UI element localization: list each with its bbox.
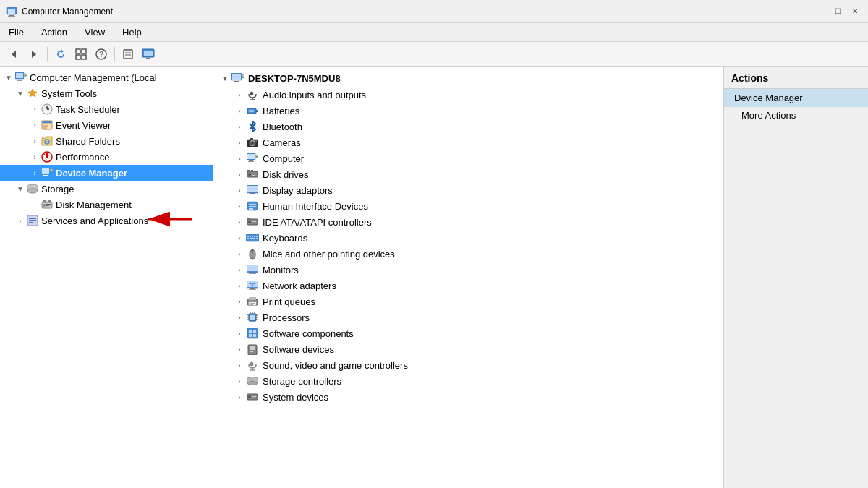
forward-button[interactable]	[25, 45, 43, 64]
sidebar-item-storage[interactable]: ▼ Storage	[0, 181, 213, 197]
keyboards-expand: ›	[234, 234, 245, 242]
title-bar: Computer Management — ☐ ✕	[0, 0, 868, 23]
storage-icon	[26, 183, 39, 194]
device-storage-controllers[interactable]: › Storage controllers	[213, 373, 723, 389]
device-system-devices[interactable]: › System devices	[213, 389, 723, 405]
actions-device-manager[interactable]: Device Manager	[724, 89, 868, 107]
svg-rect-22	[17, 80, 22, 81]
svg-rect-40	[42, 168, 49, 174]
svg-rect-119	[250, 273, 255, 273]
system-devices-label: System devices	[263, 392, 328, 403]
sidebar-item-event-viewer[interactable]: › Event Viewer	[0, 117, 213, 133]
sidebar-item-device-manager[interactable]: › Device Manager	[0, 165, 213, 181]
maximize-button[interactable]: ☐	[830, 6, 845, 17]
hid-expand: ›	[234, 202, 245, 210]
svg-rect-154	[250, 346, 255, 348]
sidebar-item-shared-folders[interactable]: › Shared Folders	[0, 133, 213, 149]
device-keyboards[interactable]: › Keyboards	[213, 230, 723, 246]
device-print[interactable]: › Print queues	[213, 294, 723, 309]
device-computer[interactable]: › Computer	[213, 150, 723, 166]
svg-point-67	[242, 77, 244, 78]
device-header[interactable]: ▼ DESKTOP-7N5MDU8	[213, 69, 723, 87]
svg-rect-58	[29, 220, 36, 221]
svg-rect-72	[256, 110, 258, 112]
audio-icon	[245, 89, 260, 100]
svg-rect-148	[247, 328, 258, 338]
svg-rect-81	[247, 154, 255, 159]
back-button[interactable]	[4, 45, 23, 64]
services-expand: ›	[14, 217, 26, 225]
bluetooth-expand: ›	[234, 123, 245, 131]
disk-drives-expand: ›	[234, 171, 245, 179]
svg-rect-93	[247, 186, 258, 192]
device-audio[interactable]: › Audio inputs and outputs	[213, 87, 723, 103]
sidebar-task-scheduler-label: Task Scheduler	[56, 104, 120, 115]
actions-panel: Actions Device Manager More Actions	[723, 67, 868, 488]
device-software-components[interactable]: › Software components	[213, 325, 723, 341]
sidebar-item-services[interactable]: › Services and Applications	[0, 213, 213, 228]
device-mice[interactable]: › Mice and other pointing devices	[213, 246, 723, 262]
sidebar-item-performance[interactable]: › Performance	[0, 149, 213, 165]
close-button[interactable]: ✕	[848, 6, 862, 17]
minimize-button[interactable]: —	[813, 6, 827, 17]
device-network[interactable]: › Network adapters	[213, 278, 723, 294]
export-button[interactable]	[119, 45, 137, 64]
software-components-icon	[245, 328, 260, 339]
bluetooth-label: Bluetooth	[263, 121, 302, 132]
refresh-button[interactable]	[51, 45, 70, 64]
disk-management-icon	[41, 199, 54, 210]
svg-rect-106	[250, 236, 251, 237]
svg-point-87	[248, 173, 251, 176]
device-cameras[interactable]: › Cameras	[213, 134, 723, 150]
menu-action[interactable]: Action	[38, 25, 70, 39]
task-scheduler-expand: ›	[29, 106, 41, 114]
monitor-button[interactable]	[139, 45, 158, 64]
svg-rect-113	[256, 238, 258, 239]
svg-rect-59	[29, 222, 33, 223]
header-expand: ▼	[219, 74, 231, 82]
svg-point-47	[27, 189, 38, 193]
sidebar-storage-label: Storage	[41, 184, 75, 194]
svg-rect-99	[249, 208, 253, 210]
actions-more-actions[interactable]: More Actions	[724, 107, 868, 124]
svg-rect-94	[250, 193, 255, 194]
toolbar-sep-1	[47, 47, 48, 61]
svg-rect-166	[252, 396, 256, 397]
view-button[interactable]	[72, 45, 90, 64]
svg-rect-64	[234, 81, 239, 82]
device-ide[interactable]: › IDE ATA/ATAPI controllers	[213, 214, 723, 230]
device-display[interactable]: › Display adaptors	[213, 182, 723, 198]
svg-point-44	[51, 171, 52, 172]
title-bar-controls[interactable]: — ☐ ✕	[813, 6, 862, 17]
sidebar-performance-label: Performance	[56, 152, 109, 163]
svg-rect-7	[82, 49, 86, 53]
svg-rect-78	[250, 138, 253, 140]
menu-view[interactable]: View	[82, 25, 108, 39]
sidebar-item-disk-management[interactable]: Disk Management	[0, 197, 213, 213]
device-batteries[interactable]: › Batteries	[213, 103, 723, 119]
monitors-icon	[245, 264, 260, 275]
audio-label: Audio inputs and outputs	[263, 90, 366, 100]
svg-rect-156	[250, 351, 253, 352]
menu-help[interactable]: Help	[119, 25, 145, 39]
device-disk-drives[interactable]: › Disk drives	[213, 166, 723, 182]
sidebar-item-system-tools[interactable]: ▼ System Tools	[0, 85, 213, 101]
batteries-label: Batteries	[263, 106, 299, 116]
svg-rect-32	[42, 121, 52, 123]
device-sound[interactable]: › Sound, video and game controllers	[213, 357, 723, 373]
sidebar-item-task-scheduler[interactable]: › Task Scheduler	[0, 101, 213, 117]
device-monitors[interactable]: › Monitors	[213, 262, 723, 278]
help-button[interactable]: ?	[92, 45, 111, 64]
sidebar-device-manager-label: Device Manager	[56, 168, 127, 179]
device-hid[interactable]: › Human Interface Devices	[213, 198, 723, 214]
svg-rect-51	[46, 204, 51, 205]
device-bluetooth[interactable]: › Bluetooth	[213, 119, 723, 134]
svg-point-162	[247, 382, 258, 385]
svg-rect-52	[46, 205, 49, 206]
device-software-devices[interactable]: › Software devices	[213, 341, 723, 357]
mice-icon	[245, 248, 260, 260]
device-processors[interactable]: › Proces	[213, 309, 723, 325]
menu-file[interactable]: File	[6, 25, 27, 39]
sidebar-root[interactable]: ▼ Computer Management (Local	[0, 69, 213, 85]
system-devices-expand: ›	[234, 393, 245, 401]
